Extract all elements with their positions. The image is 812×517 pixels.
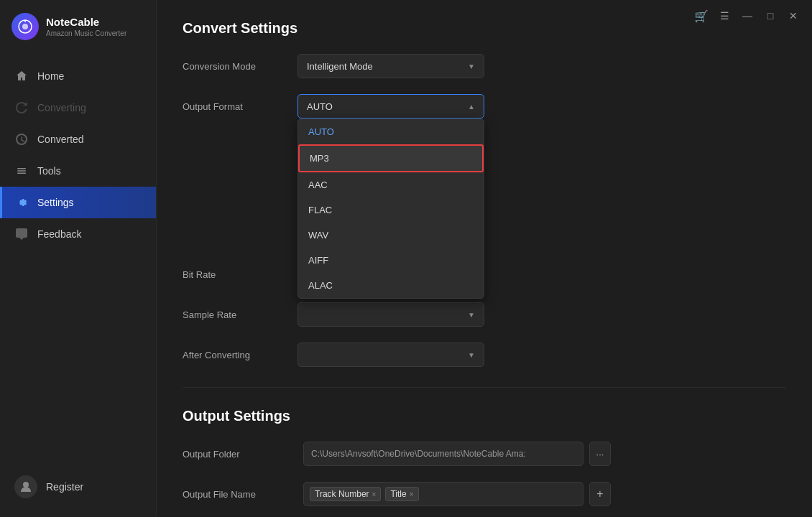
format-option-auto[interactable]: AUTO [298, 119, 484, 144]
tag-title-close[interactable]: × [410, 490, 414, 498]
app-title: NoteCable [46, 16, 126, 29]
logo-text: NoteCable Amazon Music Converter [46, 16, 126, 38]
app-subtitle: Amazon Music Converter [46, 29, 126, 38]
settings-icon [14, 195, 29, 210]
output-file-name-label: Output File Name [183, 489, 297, 500]
browse-button[interactable]: ··· [589, 442, 611, 466]
tag-title: Title × [385, 487, 418, 501]
svg-rect-3 [17, 168, 26, 169]
output-folder-label: Output Folder [183, 449, 297, 460]
format-option-aiff[interactable]: AIFF [298, 248, 484, 273]
maximize-button[interactable]: □ [760, 6, 780, 26]
tag-track-number-label: Track Number [315, 489, 369, 499]
output-filename-row: Output File Name Track Number × Title × … [183, 482, 786, 506]
output-folder-value: C:\Users\Anvsoft\OneDrive\Documents\Note… [311, 449, 526, 459]
sidebar-item-feedback-label: Feedback [37, 228, 81, 240]
output-format-row: Output Format AUTO ▲ AUTO MP3 AAC FLAC W… [183, 94, 786, 118]
tag-track-number-close[interactable]: × [372, 490, 377, 498]
add-tag-button[interactable]: + [589, 482, 611, 506]
tag-title-label: Title [390, 489, 406, 499]
logo-icon [11, 13, 39, 40]
clock-icon [14, 132, 29, 146]
close-button[interactable]: ✕ [783, 6, 803, 26]
after-converting-label: After Converting [183, 350, 297, 360]
output-format-select[interactable]: AUTO ▲ [297, 94, 484, 118]
feedback-icon [14, 227, 29, 241]
sidebar-item-settings-label: Settings [37, 197, 74, 208]
conversion-mode-select[interactable]: Intelligent Mode ▼ [297, 54, 484, 78]
format-option-wav[interactable]: WAV [298, 223, 484, 248]
output-format-value: AUTO [307, 101, 333, 112]
output-settings-title: Output Settings [183, 408, 786, 424]
svg-point-6 [23, 482, 29, 488]
conversion-mode-value: Intelligent Mode [307, 61, 373, 72]
format-dropdown: AUTO MP3 AAC FLAC WAV AIFF ALAC [297, 118, 484, 299]
after-converting-arrow: ▼ [468, 351, 475, 359]
output-format-arrow: ▲ [468, 103, 475, 111]
format-option-aac[interactable]: AAC [298, 172, 484, 197]
sidebar-nav: Home Converting Converted [0, 55, 156, 460]
tools-icon [14, 164, 29, 178]
sidebar-item-converted-label: Converted [37, 134, 84, 145]
sidebar-item-feedback[interactable]: Feedback [0, 218, 156, 250]
after-converting-row: After Converting ▼ [183, 343, 786, 367]
sample-rate-label: Sample Rate [183, 309, 297, 320]
after-converting-select[interactable]: ▼ [297, 343, 484, 367]
home-icon [14, 69, 29, 83]
active-indicator [0, 187, 2, 218]
sample-rate-control: ▼ [297, 302, 484, 327]
sample-rate-arrow: ▼ [468, 311, 475, 319]
register-item[interactable]: Register [0, 468, 156, 506]
section-divider-1 [183, 387, 786, 388]
output-folder-row: Output Folder C:\Users\Anvsoft\OneDrive\… [183, 442, 786, 466]
output-format-label: Output Format [183, 101, 297, 112]
titlebar: 🛒 ☰ — □ ✕ [683, 0, 812, 32]
svg-point-1 [22, 24, 28, 29]
sidebar-item-converted[interactable]: Converted [0, 124, 156, 155]
sample-rate-row: Sample Rate ▼ [183, 302, 786, 327]
sidebar: NoteCable Amazon Music Converter Home Co… [0, 0, 157, 517]
sidebar-item-home[interactable]: Home [0, 60, 156, 92]
bit-rate-row: Bit Rate ▼ [183, 262, 786, 287]
conversion-mode-arrow: ▼ [468, 62, 475, 70]
cart-button[interactable]: 🛒 [691, 6, 711, 26]
tags-input[interactable]: Track Number × Title × [303, 482, 583, 506]
main-content: 🛒 ☰ — □ ✕ Convert Settings Conversion Mo… [157, 0, 812, 517]
output-format-control: AUTO ▲ AUTO MP3 AAC FLAC WAV AIFF ALAC [297, 94, 484, 118]
tag-track-number: Track Number × [310, 487, 381, 501]
bit-rate-label: Bit Rate [183, 269, 297, 280]
register-avatar [14, 475, 37, 498]
sidebar-item-converting-label: Converting [37, 102, 86, 113]
conversion-mode-control: Intelligent Mode ▼ [297, 54, 484, 78]
menu-button[interactable]: ☰ [714, 6, 734, 26]
minimize-button[interactable]: — [737, 6, 757, 26]
sidebar-bottom: Register [0, 460, 156, 517]
conversion-mode-row: Conversion Mode Intelligent Mode ▼ [183, 54, 786, 78]
conversion-mode-label: Conversion Mode [183, 61, 297, 72]
svg-rect-5 [17, 173, 26, 174]
sidebar-item-home-label: Home [37, 70, 64, 82]
sidebar-item-tools[interactable]: Tools [0, 155, 156, 187]
output-folder-input[interactable]: C:\Users\Anvsoft\OneDrive\Documents\Note… [303, 442, 583, 466]
after-converting-control: ▼ [297, 343, 484, 367]
svg-rect-4 [17, 170, 26, 172]
format-option-mp3[interactable]: MP3 [298, 144, 484, 172]
format-option-alac[interactable]: ALAC [298, 273, 484, 298]
sidebar-item-converting[interactable]: Converting [0, 92, 156, 124]
register-label: Register [46, 481, 83, 493]
refresh-icon [14, 101, 29, 115]
sample-rate-select[interactable]: ▼ [297, 302, 484, 327]
sidebar-item-tools-label: Tools [37, 165, 61, 177]
app-logo: NoteCable Amazon Music Converter [0, 0, 156, 55]
format-option-flac[interactable]: FLAC [298, 197, 484, 223]
sidebar-item-settings[interactable]: Settings [0, 187, 156, 218]
